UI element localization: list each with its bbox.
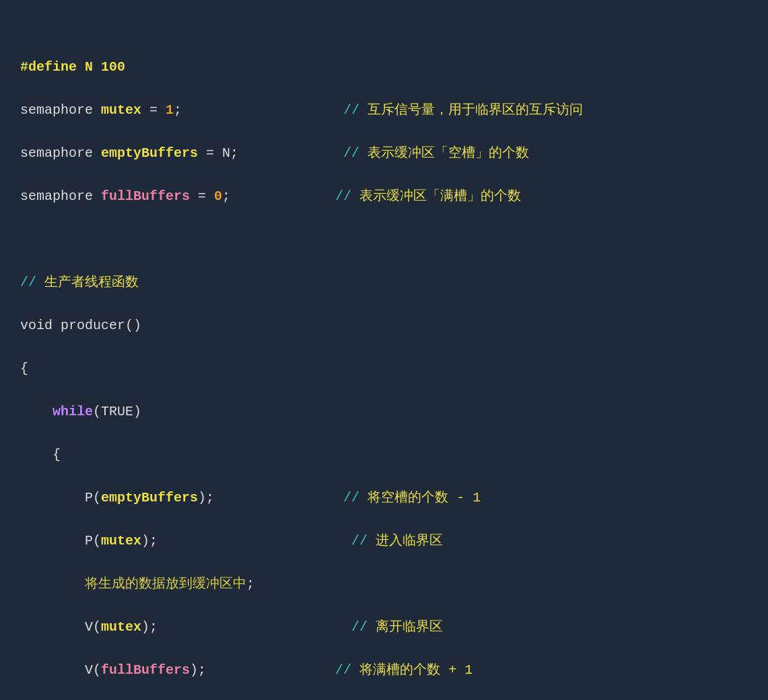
line-p-mutex-producer: P(mutex); // 进入临界区	[20, 530, 748, 552]
line-mutex-decl: semaphore mutex = 1; // 互斥信号量，用于临界区的互斥访问	[20, 100, 748, 121]
line-while-producer: while(TRUE)	[20, 401, 748, 423]
code-block: #define N 100 semaphore mutex = 1; // 互斥…	[20, 13, 748, 700]
line-p-empty: P(emptyBuffers); // 将空槽的个数 - 1	[20, 487, 748, 509]
line-blank1	[20, 229, 748, 250]
line-v-mutex-producer: V(mutex); // 离开临界区	[20, 617, 748, 638]
line-void-producer: void producer()	[20, 315, 748, 337]
line-empty-decl: semaphore emptyBuffers = N; // 表示缓冲区「空槽」…	[20, 143, 748, 164]
line-v-full: V(fullBuffers); // 将满槽的个数 + 1	[20, 660, 748, 681]
line-define: #define N 100	[20, 57, 748, 78]
line-produce-data: 将生成的数据放到缓冲区中;	[20, 573, 748, 595]
line-comment-producer: // 生产者线程函数	[20, 272, 748, 293]
line-full-decl: semaphore fullBuffers = 0; // 表示缓冲区「满槽」的…	[20, 186, 748, 207]
line-brace-open1: {	[20, 358, 748, 380]
line-while-brace-open: {	[20, 444, 748, 466]
